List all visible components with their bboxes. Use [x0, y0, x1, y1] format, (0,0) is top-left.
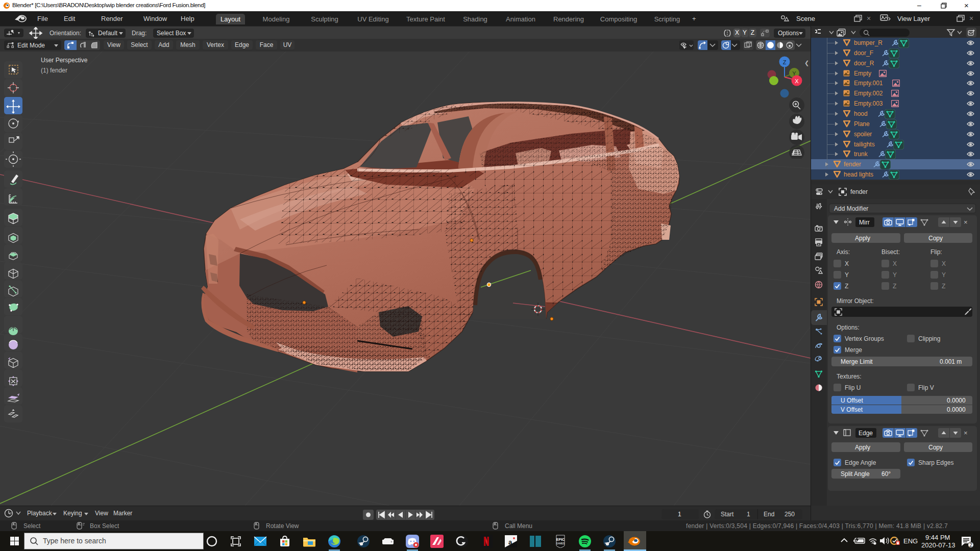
svg-text:EPIC: EPIC — [556, 538, 565, 541]
svg-text:Z: Z — [783, 59, 787, 65]
svg-text:X: X — [795, 78, 799, 84]
svg-text:a: a — [508, 538, 512, 546]
svg-text:GAMES: GAMES — [556, 542, 565, 545]
svg-text:2: 2 — [969, 542, 972, 548]
